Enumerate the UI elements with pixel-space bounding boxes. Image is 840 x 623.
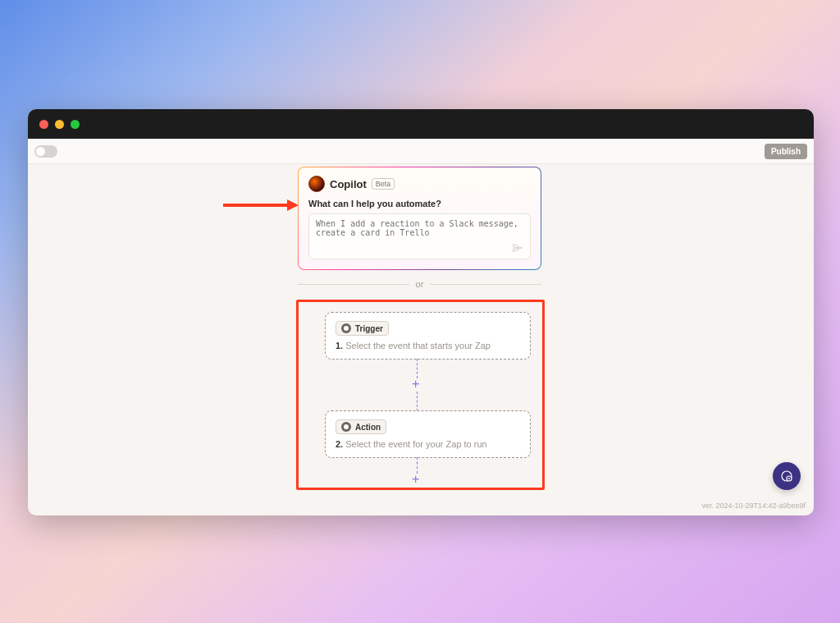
trigger-icon (341, 323, 351, 333)
beta-badge: Beta (372, 178, 395, 190)
window-close-button[interactable] (39, 120, 48, 129)
action-icon (341, 422, 351, 432)
add-step-button[interactable]: + (412, 473, 419, 486)
editor-canvas: Copilot Beta What can I help you automat… (28, 164, 814, 515)
svg-marker-1 (287, 199, 299, 211)
copilot-title: Copilot (330, 178, 367, 190)
send-icon[interactable] (512, 242, 523, 254)
trigger-step-card[interactable]: Trigger 1. Select the event that starts … (325, 312, 531, 360)
connector-line (417, 359, 418, 378)
connector-line (417, 392, 418, 411)
publish-button[interactable]: Publish (765, 144, 807, 159)
trigger-badge-label: Trigger (355, 324, 383, 333)
trigger-step-text: 1. Select the event that starts your Zap (336, 341, 520, 350)
copilot-prompt-label: What can I help you automate? (308, 199, 531, 208)
action-badge-label: Action (355, 423, 381, 432)
app-toolbar: Publish (28, 139, 814, 164)
action-badge: Action (336, 419, 386, 434)
help-fab-button[interactable] (773, 462, 801, 490)
copilot-card: Copilot Beta What can I help you automat… (298, 167, 541, 270)
action-step-text: 2. Select the event for your Zap to run (336, 439, 520, 449)
version-label: ver. 2024-10-29T14:42-a9bee9f (701, 502, 806, 510)
window-titlebar (28, 109, 814, 139)
or-divider: or (298, 279, 541, 289)
window-minimize-button[interactable] (55, 120, 64, 129)
help-icon (779, 469, 794, 483)
add-step-button[interactable]: + (412, 378, 419, 391)
browser-window: Publish Copilot Beta What can I help you… (28, 109, 814, 515)
copilot-logo-icon (308, 176, 325, 192)
pointer-arrow-icon (223, 199, 299, 212)
or-label: or (416, 279, 424, 289)
svg-point-4 (788, 478, 790, 479)
copilot-input[interactable] (309, 214, 543, 242)
toggle-switch[interactable] (34, 145, 57, 158)
action-step-card[interactable]: Action 2. Select the event for your Zap … (325, 410, 531, 458)
window-maximize-button[interactable] (71, 120, 80, 129)
connector-line (417, 457, 418, 474)
trigger-badge: Trigger (336, 321, 389, 336)
copilot-input-container[interactable] (308, 213, 531, 259)
